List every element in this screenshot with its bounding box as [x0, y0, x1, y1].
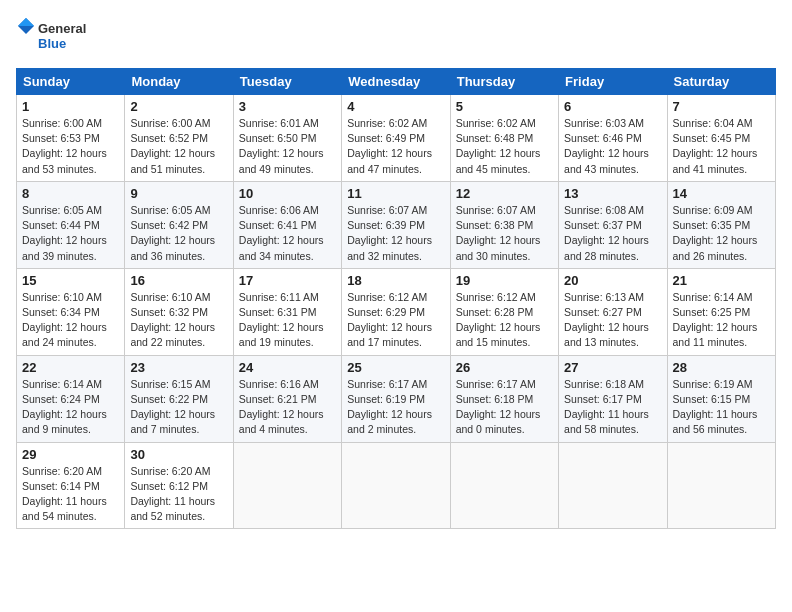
- svg-text:General: General: [38, 21, 86, 36]
- weekday-header: Tuesday: [233, 69, 341, 95]
- calendar-cell: 20Sunrise: 6:13 AM Sunset: 6:27 PM Dayli…: [559, 268, 667, 355]
- calendar-cell: 7Sunrise: 6:04 AM Sunset: 6:45 PM Daylig…: [667, 95, 775, 182]
- weekday-header: Friday: [559, 69, 667, 95]
- calendar-week-row: 22Sunrise: 6:14 AM Sunset: 6:24 PM Dayli…: [17, 355, 776, 442]
- weekday-header: Sunday: [17, 69, 125, 95]
- calendar-cell: [667, 442, 775, 529]
- day-number: 16: [130, 273, 227, 288]
- calendar-cell: 8Sunrise: 6:05 AM Sunset: 6:44 PM Daylig…: [17, 181, 125, 268]
- day-number: 30: [130, 447, 227, 462]
- calendar-cell: 26Sunrise: 6:17 AM Sunset: 6:18 PM Dayli…: [450, 355, 558, 442]
- calendar-cell: 13Sunrise: 6:08 AM Sunset: 6:37 PM Dayli…: [559, 181, 667, 268]
- day-number: 17: [239, 273, 336, 288]
- day-info: Sunrise: 6:02 AM Sunset: 6:48 PM Dayligh…: [456, 116, 553, 177]
- day-info: Sunrise: 6:06 AM Sunset: 6:41 PM Dayligh…: [239, 203, 336, 264]
- day-number: 24: [239, 360, 336, 375]
- day-number: 26: [456, 360, 553, 375]
- day-info: Sunrise: 6:16 AM Sunset: 6:21 PM Dayligh…: [239, 377, 336, 438]
- calendar-cell: 10Sunrise: 6:06 AM Sunset: 6:41 PM Dayli…: [233, 181, 341, 268]
- day-info: Sunrise: 6:14 AM Sunset: 6:25 PM Dayligh…: [673, 290, 770, 351]
- calendar-cell: 19Sunrise: 6:12 AM Sunset: 6:28 PM Dayli…: [450, 268, 558, 355]
- page-header: General Blue: [16, 16, 776, 58]
- day-number: 22: [22, 360, 119, 375]
- day-info: Sunrise: 6:09 AM Sunset: 6:35 PM Dayligh…: [673, 203, 770, 264]
- day-number: 11: [347, 186, 444, 201]
- day-number: 14: [673, 186, 770, 201]
- day-info: Sunrise: 6:03 AM Sunset: 6:46 PM Dayligh…: [564, 116, 661, 177]
- day-number: 2: [130, 99, 227, 114]
- calendar-cell: 18Sunrise: 6:12 AM Sunset: 6:29 PM Dayli…: [342, 268, 450, 355]
- day-info: Sunrise: 6:00 AM Sunset: 6:52 PM Dayligh…: [130, 116, 227, 177]
- calendar-cell: 6Sunrise: 6:03 AM Sunset: 6:46 PM Daylig…: [559, 95, 667, 182]
- calendar-cell: 28Sunrise: 6:19 AM Sunset: 6:15 PM Dayli…: [667, 355, 775, 442]
- day-number: 15: [22, 273, 119, 288]
- calendar-cell: 2Sunrise: 6:00 AM Sunset: 6:52 PM Daylig…: [125, 95, 233, 182]
- day-info: Sunrise: 6:08 AM Sunset: 6:37 PM Dayligh…: [564, 203, 661, 264]
- calendar-cell: 17Sunrise: 6:11 AM Sunset: 6:31 PM Dayli…: [233, 268, 341, 355]
- day-number: 3: [239, 99, 336, 114]
- day-info: Sunrise: 6:13 AM Sunset: 6:27 PM Dayligh…: [564, 290, 661, 351]
- day-number: 10: [239, 186, 336, 201]
- weekday-header: Monday: [125, 69, 233, 95]
- day-info: Sunrise: 6:05 AM Sunset: 6:42 PM Dayligh…: [130, 203, 227, 264]
- day-info: Sunrise: 6:05 AM Sunset: 6:44 PM Dayligh…: [22, 203, 119, 264]
- svg-marker-4: [18, 18, 34, 26]
- calendar-week-row: 15Sunrise: 6:10 AM Sunset: 6:34 PM Dayli…: [17, 268, 776, 355]
- weekday-header: Saturday: [667, 69, 775, 95]
- day-number: 28: [673, 360, 770, 375]
- day-info: Sunrise: 6:11 AM Sunset: 6:31 PM Dayligh…: [239, 290, 336, 351]
- day-number: 4: [347, 99, 444, 114]
- day-number: 21: [673, 273, 770, 288]
- day-number: 12: [456, 186, 553, 201]
- calendar-cell: 5Sunrise: 6:02 AM Sunset: 6:48 PM Daylig…: [450, 95, 558, 182]
- day-info: Sunrise: 6:02 AM Sunset: 6:49 PM Dayligh…: [347, 116, 444, 177]
- day-number: 29: [22, 447, 119, 462]
- day-number: 20: [564, 273, 661, 288]
- day-info: Sunrise: 6:12 AM Sunset: 6:28 PM Dayligh…: [456, 290, 553, 351]
- calendar-cell: 15Sunrise: 6:10 AM Sunset: 6:34 PM Dayli…: [17, 268, 125, 355]
- day-number: 23: [130, 360, 227, 375]
- calendar-cell: 14Sunrise: 6:09 AM Sunset: 6:35 PM Dayli…: [667, 181, 775, 268]
- day-info: Sunrise: 6:10 AM Sunset: 6:34 PM Dayligh…: [22, 290, 119, 351]
- day-number: 13: [564, 186, 661, 201]
- calendar-cell: 22Sunrise: 6:14 AM Sunset: 6:24 PM Dayli…: [17, 355, 125, 442]
- day-info: Sunrise: 6:20 AM Sunset: 6:14 PM Dayligh…: [22, 464, 119, 525]
- svg-text:Blue: Blue: [38, 36, 66, 51]
- calendar-cell: 3Sunrise: 6:01 AM Sunset: 6:50 PM Daylig…: [233, 95, 341, 182]
- day-info: Sunrise: 6:18 AM Sunset: 6:17 PM Dayligh…: [564, 377, 661, 438]
- day-number: 7: [673, 99, 770, 114]
- weekday-header: Wednesday: [342, 69, 450, 95]
- calendar-cell: [450, 442, 558, 529]
- calendar-cell: 11Sunrise: 6:07 AM Sunset: 6:39 PM Dayli…: [342, 181, 450, 268]
- calendar-cell: 25Sunrise: 6:17 AM Sunset: 6:19 PM Dayli…: [342, 355, 450, 442]
- day-info: Sunrise: 6:07 AM Sunset: 6:38 PM Dayligh…: [456, 203, 553, 264]
- day-info: Sunrise: 6:00 AM Sunset: 6:53 PM Dayligh…: [22, 116, 119, 177]
- calendar-cell: [342, 442, 450, 529]
- day-info: Sunrise: 6:07 AM Sunset: 6:39 PM Dayligh…: [347, 203, 444, 264]
- calendar-cell: 1Sunrise: 6:00 AM Sunset: 6:53 PM Daylig…: [17, 95, 125, 182]
- day-number: 1: [22, 99, 119, 114]
- day-number: 19: [456, 273, 553, 288]
- day-info: Sunrise: 6:14 AM Sunset: 6:24 PM Dayligh…: [22, 377, 119, 438]
- day-info: Sunrise: 6:01 AM Sunset: 6:50 PM Dayligh…: [239, 116, 336, 177]
- day-number: 27: [564, 360, 661, 375]
- day-number: 8: [22, 186, 119, 201]
- calendar-cell: [233, 442, 341, 529]
- calendar-week-row: 29Sunrise: 6:20 AM Sunset: 6:14 PM Dayli…: [17, 442, 776, 529]
- day-info: Sunrise: 6:17 AM Sunset: 6:18 PM Dayligh…: [456, 377, 553, 438]
- day-number: 9: [130, 186, 227, 201]
- weekday-header: Thursday: [450, 69, 558, 95]
- day-info: Sunrise: 6:20 AM Sunset: 6:12 PM Dayligh…: [130, 464, 227, 525]
- day-info: Sunrise: 6:15 AM Sunset: 6:22 PM Dayligh…: [130, 377, 227, 438]
- calendar-cell: 9Sunrise: 6:05 AM Sunset: 6:42 PM Daylig…: [125, 181, 233, 268]
- calendar-cell: 4Sunrise: 6:02 AM Sunset: 6:49 PM Daylig…: [342, 95, 450, 182]
- calendar-cell: 23Sunrise: 6:15 AM Sunset: 6:22 PM Dayli…: [125, 355, 233, 442]
- day-info: Sunrise: 6:10 AM Sunset: 6:32 PM Dayligh…: [130, 290, 227, 351]
- calendar-cell: 21Sunrise: 6:14 AM Sunset: 6:25 PM Dayli…: [667, 268, 775, 355]
- calendar-cell: 12Sunrise: 6:07 AM Sunset: 6:38 PM Dayli…: [450, 181, 558, 268]
- calendar-week-row: 1Sunrise: 6:00 AM Sunset: 6:53 PM Daylig…: [17, 95, 776, 182]
- calendar-cell: 30Sunrise: 6:20 AM Sunset: 6:12 PM Dayli…: [125, 442, 233, 529]
- logo-svg: General Blue: [16, 16, 96, 58]
- day-info: Sunrise: 6:12 AM Sunset: 6:29 PM Dayligh…: [347, 290, 444, 351]
- calendar-cell: [559, 442, 667, 529]
